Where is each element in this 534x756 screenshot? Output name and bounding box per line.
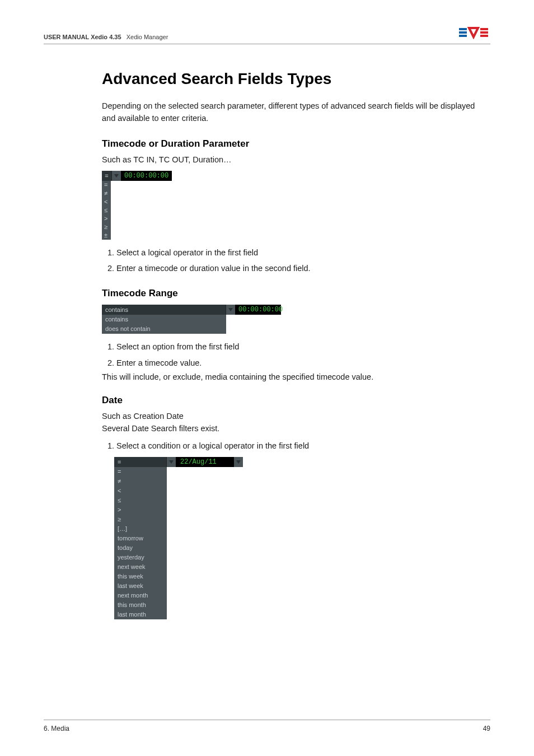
range-timecode-input[interactable]: 00:00:00:00 (235, 305, 281, 315)
option-eq[interactable]: = (102, 181, 111, 189)
evs-logo (459, 25, 490, 40)
option-not-contains[interactable]: does not contain (102, 324, 226, 334)
page-header: USER MANUAL Xedio 4.35 Xedio Manager (44, 25, 490, 44)
option-last-week[interactable]: last week (114, 581, 167, 591)
option-contains[interactable]: contains (102, 315, 226, 324)
timecode-steps: Select a logical operator in the first f… (102, 246, 490, 275)
svg-marker-8 (228, 308, 233, 311)
footer-page-number: 49 (483, 725, 490, 732)
figure-range-dropdown: contains 00:00:00:00 contains does not c… (102, 305, 281, 334)
svg-marker-10 (236, 460, 241, 464)
chevron-down-icon[interactable] (167, 457, 176, 467)
option-pm[interactable]: ± (102, 231, 111, 240)
page-footer: 6. Media 49 (44, 720, 490, 732)
chevron-down-icon[interactable] (112, 171, 121, 181)
range-step-2: Enter a timecode value. (116, 357, 490, 369)
chevron-down-icon[interactable] (226, 305, 235, 315)
option-gt[interactable]: > (114, 505, 167, 515)
svg-rect-0 (459, 28, 467, 30)
header-bold: USER MANUAL Xedio 4.35 (44, 34, 121, 40)
option-neq[interactable]: ≠ (114, 477, 167, 486)
figure-timecode-dropdown: = 00:00:00:00 = ≠ < ≤ > ≥ ± (102, 171, 172, 240)
option-le[interactable]: ≤ (102, 206, 111, 214)
date-input[interactable]: 22/Aug/11 (176, 457, 234, 467)
date-lead2: Several Date Search filters exist. (102, 424, 490, 433)
option-this-week[interactable]: this week (114, 572, 167, 581)
header-text: USER MANUAL Xedio 4.35 Xedio Manager (44, 34, 168, 40)
svg-marker-7 (114, 174, 119, 178)
date-step-1: Select a condition or a logical operator… (116, 440, 490, 452)
option-ge[interactable]: ≥ (102, 223, 111, 231)
option-this-month[interactable]: this month (114, 600, 167, 610)
intro-paragraph: Depending on the selected search paramet… (102, 100, 490, 125)
heading-date: Date (102, 395, 490, 406)
svg-rect-5 (480, 31, 488, 34)
operator-select[interactable]: = (102, 171, 112, 181)
option-lt[interactable]: < (102, 198, 111, 206)
option-last-month[interactable]: last month (114, 610, 167, 619)
option-neq[interactable]: ≠ (102, 189, 111, 198)
option-next-month[interactable]: next month (114, 591, 167, 600)
range-step-1: Select an option from the first field (116, 340, 490, 353)
range-note: This will include, or exclude, media con… (102, 372, 490, 381)
svg-rect-6 (480, 35, 488, 37)
heading-timecode: Timecode or Duration Parameter (102, 138, 490, 150)
svg-marker-3 (469, 28, 478, 37)
option-le[interactable]: ≤ (114, 496, 167, 505)
option-tomorrow[interactable]: tomorrow (114, 534, 167, 543)
option-yesterday[interactable]: yesterday (114, 553, 167, 562)
svg-rect-1 (459, 31, 467, 34)
date-lead1: Such as Creation Date (102, 412, 490, 421)
option-range[interactable]: […] (114, 524, 167, 534)
svg-rect-4 (480, 28, 488, 30)
header-rest: Xedio Manager (123, 34, 168, 40)
date-steps: Select a condition or a logical operator… (102, 440, 490, 452)
svg-rect-2 (459, 35, 467, 37)
timecode-input[interactable]: 00:00:00:00 (121, 171, 172, 181)
option-ge[interactable]: ≥ (114, 515, 167, 524)
timecode-step-1: Select a logical operator in the first f… (116, 246, 490, 259)
range-steps: Select an option from the first field En… (102, 340, 490, 369)
content-area: Advanced Search Fields Types Depending o… (102, 44, 490, 619)
date-operator-select[interactable]: = (114, 457, 167, 467)
contains-options-list[interactable]: contains does not contain (102, 315, 226, 334)
chevron-down-icon[interactable] (234, 457, 243, 467)
operator-options-list[interactable]: = ≠ < ≤ > ≥ ± (102, 181, 111, 240)
date-options-list[interactable]: = ≠ < ≤ > ≥ […] tomorrow today yesterday… (114, 467, 167, 619)
footer-section: 6. Media (44, 725, 69, 732)
timecode-lead: Such as TC IN, TC OUT, Duration… (102, 155, 490, 164)
option-lt[interactable]: < (114, 486, 167, 496)
timecode-step-2: Enter a timecode or duration value in th… (116, 262, 490, 274)
option-next-week[interactable]: next week (114, 562, 167, 572)
heading-range: Timecode Range (102, 288, 490, 299)
figure-date-dropdown: = 22/Aug/11 = ≠ < ≤ (114, 457, 243, 619)
svg-marker-9 (169, 460, 174, 464)
page-title: Advanced Search Fields Types (102, 70, 490, 88)
option-gt[interactable]: > (102, 214, 111, 223)
option-eq[interactable]: = (114, 467, 167, 477)
contains-select[interactable]: contains (102, 305, 226, 315)
option-today[interactable]: today (114, 543, 167, 553)
